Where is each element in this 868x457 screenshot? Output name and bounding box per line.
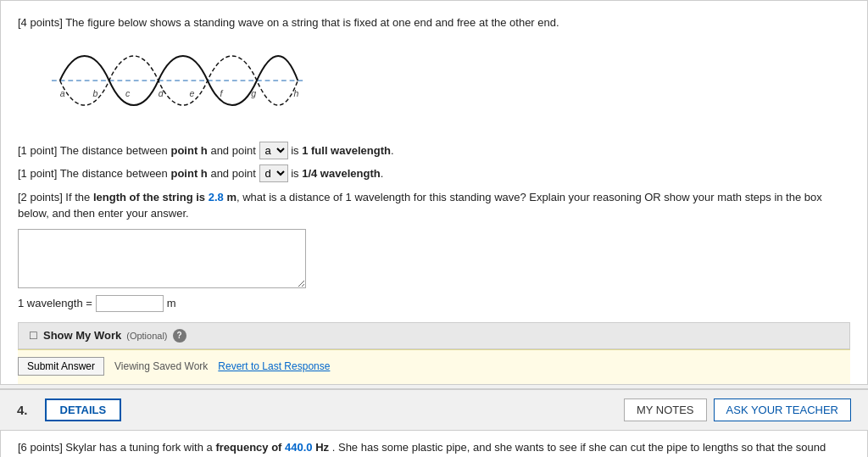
show-work-bar[interactable]: ☐ Show My Work (Optional) ? [18,322,850,349]
svg-text:g: g [251,88,256,98]
question-4-content: [6 points] Skylar has a tuning fork with… [0,430,868,458]
svg-text:b: b [92,88,97,98]
q3-line2: [1 point] The distance between point h a… [18,164,850,182]
q4-left: 4. DETAILS [17,398,121,421]
svg-text:f: f [220,88,223,98]
wavelength-input-row: 1 wavelength = m [18,295,850,312]
svg-text:e: e [190,88,195,98]
question-3-header: [4 points] The figure below shows a stan… [18,14,850,31]
details-button[interactable]: DETAILS [45,398,122,421]
work-textarea[interactable] [18,229,306,288]
q3-line1: [1 point] The distance between point h a… [18,142,850,159]
svg-text:h: h [293,88,298,98]
show-work-checkbox-icon: ☐ [29,330,38,342]
help-icon[interactable]: ? [173,329,186,343]
q3-line3: [2 points] If the length of the string i… [18,189,850,222]
wave-svg: a b c d e f g h [52,38,306,123]
q3-point-select-2[interactable]: a b c d e f g h [259,164,288,182]
revert-link[interactable]: Revert to Last Response [218,360,330,372]
svg-text:a: a [60,88,65,98]
submit-answer-button[interactable]: Submit Answer [18,357,104,376]
q4-right-buttons: MY NOTES ASK YOUR TEACHER [624,398,851,421]
question-4-bar: 4. DETAILS MY NOTES ASK YOUR TEACHER [0,388,868,430]
my-notes-button[interactable]: MY NOTES [624,398,707,421]
svg-text:c: c [125,88,131,98]
q3-point-select-1[interactable]: a b c d e f g h [259,142,288,159]
svg-text:d: d [159,88,164,98]
question-4-number: 4. [17,403,28,417]
submit-row: Submit Answer Viewing Saved Work Revert … [18,349,850,384]
wave-diagram: a b c d e f g h [52,38,306,131]
question-3-block: [4 points] The figure below shows a stan… [0,0,868,385]
wavelength-input[interactable] [96,295,164,312]
ask-teacher-button[interactable]: ASK YOUR TEACHER [714,398,851,421]
